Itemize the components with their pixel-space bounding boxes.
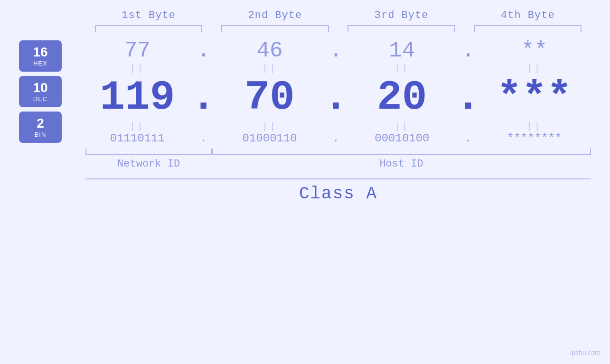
dec-b2-cell: 70: [213, 74, 327, 121]
hex-b1-value: 77: [124, 38, 150, 63]
bracket-network: [85, 149, 212, 155]
bracket-top-b1: [85, 25, 212, 34]
dec-b1-cell: 119: [81, 74, 194, 121]
dec-b4-cell: ***: [478, 74, 591, 121]
main-container: 1st Byte 2nd Byte 3rd Byte 4th Byte 16 H…: [0, 0, 610, 364]
byte1-header: 1st Byte: [85, 9, 212, 21]
bin-b1-value: 01110111: [110, 132, 165, 145]
byte3-header: 3rd Byte: [338, 9, 465, 21]
dec-b2-value: 70: [244, 74, 295, 121]
bin-row: 01110111 . 01000110 . 00010100 .: [81, 132, 591, 145]
bin-b4-value: ********: [507, 132, 562, 145]
hex-dot2: .: [327, 38, 346, 63]
top-brackets: [19, 25, 591, 34]
bin-dot2: .: [327, 132, 346, 145]
bin-badge: 2 BIN: [19, 112, 62, 143]
dec-dot3: .: [459, 74, 478, 121]
bracket-host: [212, 149, 591, 155]
byte2-header: 2nd Byte: [212, 9, 338, 21]
byte4-header: 4th Byte: [465, 9, 591, 21]
bin-base-num: 2: [26, 116, 55, 131]
dec-b3-cell: 20: [346, 74, 459, 121]
dec-row: 119 . 70 . 20 . ***: [81, 74, 591, 121]
bin-b2-value: 01000110: [243, 132, 297, 145]
watermark: ipshu.com: [570, 349, 601, 356]
hex-base-label: HEX: [26, 60, 55, 67]
hex-badge: 16 HEX: [19, 40, 62, 72]
bin-base-label: BIN: [26, 131, 55, 138]
byte-headers-row: 1st Byte 2nd Byte 3rd Byte 4th Byte: [19, 9, 591, 21]
hex-dot1: .: [194, 38, 213, 63]
hex-b4-cell: **: [478, 38, 591, 63]
bin-b1-cell: 01110111: [81, 132, 194, 145]
bin-dot1: .: [194, 132, 213, 145]
equals-row-2: || || || ||: [81, 121, 591, 132]
hex-row: 77 . 46 . 14 . **: [81, 38, 591, 63]
dec-dot2: .: [327, 74, 346, 121]
rows-wrapper: 16 HEX 10 DEC 2 BIN 77 .: [19, 38, 591, 145]
dec-base-label: DEC: [26, 95, 55, 103]
dec-base-num: 10: [26, 81, 55, 95]
network-id-label: Network ID: [85, 158, 212, 170]
data-col: 77 . 46 . 14 . **: [81, 38, 591, 145]
hex-b2-value: 46: [257, 38, 283, 63]
base-labels-col: 16 HEX 10 DEC 2 BIN: [19, 38, 81, 145]
dec-b3-value: 20: [377, 74, 427, 121]
dec-badge: 10 DEC: [19, 76, 62, 107]
dec-b1-value: 119: [100, 74, 175, 121]
class-border: [85, 178, 591, 179]
hex-dot3: .: [459, 38, 478, 63]
bin-b3-cell: 00010100: [346, 132, 459, 145]
hex-b3-cell: 14: [346, 38, 459, 63]
bottom-section: Network ID Host ID: [19, 149, 591, 170]
hex-b2-cell: 46: [213, 38, 327, 63]
bracket-top-b4: [465, 25, 591, 34]
label-row: Network ID Host ID: [85, 158, 591, 170]
hex-base-num: 16: [26, 45, 55, 60]
bin-b3-value: 00010100: [375, 132, 429, 145]
bin-b4-cell: ********: [478, 132, 591, 145]
dec-dot1: .: [194, 74, 213, 121]
equals-row-1: || || || ||: [81, 63, 591, 74]
bottom-brackets: [85, 149, 591, 155]
hex-b4-value: **: [521, 38, 547, 63]
host-id-label: Host ID: [212, 158, 591, 170]
bracket-top-b3: [338, 25, 465, 34]
hex-b1-cell: 77: [81, 38, 194, 63]
dec-b4-value: ***: [497, 74, 572, 121]
bin-dot3: .: [459, 132, 478, 145]
bin-b2-cell: 01000110: [213, 132, 327, 145]
class-footer: Class A: [19, 178, 591, 204]
bracket-top-b2: [212, 25, 338, 34]
class-label: Class A: [85, 184, 591, 204]
hex-b3-value: 14: [389, 38, 415, 63]
